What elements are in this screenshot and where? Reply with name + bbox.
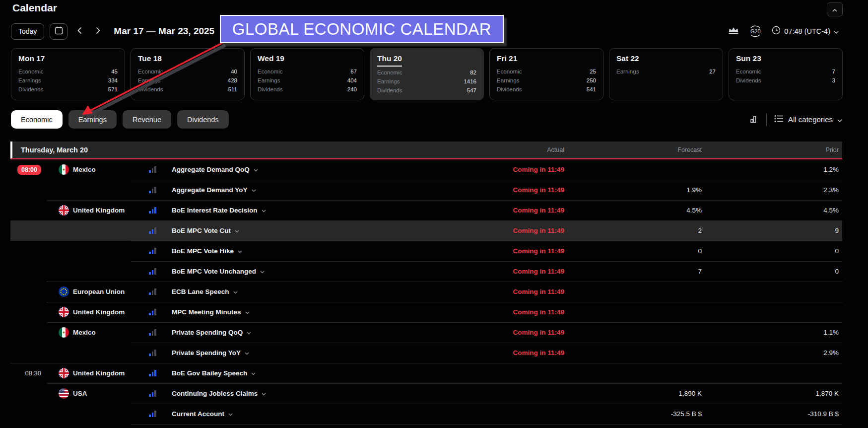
stat-label: Earnings bbox=[258, 76, 280, 85]
date-picker-button[interactable] bbox=[50, 23, 67, 40]
stat-value: 541 bbox=[587, 85, 596, 94]
stat-label: Economic bbox=[736, 67, 761, 76]
week-day-card[interactable]: Tue 18Economic40Earnings428Dividends511 bbox=[131, 48, 245, 100]
crown-icon bbox=[728, 27, 739, 36]
event-rows: 08:00MexicoAggregate Demand QoQComing in… bbox=[10, 159, 842, 425]
row-separator bbox=[10, 363, 842, 363]
card-day-label: Sat 22 bbox=[616, 54, 639, 66]
tab-economic[interactable]: Economic bbox=[11, 110, 63, 129]
event-name[interactable]: BoE MPC Vote Hike bbox=[172, 241, 242, 261]
time-badge: 08:00 bbox=[17, 165, 41, 175]
date-range-label: Mar 17 — Mar 23, 2025 bbox=[114, 26, 214, 37]
event-row[interactable]: 08:00MexicoAggregate Demand QoQComing in… bbox=[10, 159, 842, 180]
importance-bar bbox=[152, 331, 154, 336]
importance-bars bbox=[149, 309, 156, 315]
card-stats: Economic25Earnings250Dividends541 bbox=[497, 67, 596, 94]
timezone-selector[interactable]: 07:48 (UTC-4) bbox=[772, 26, 839, 37]
card-stat-row: Economic7 bbox=[736, 67, 835, 76]
forecast-value: -325.5 B $ bbox=[671, 404, 702, 424]
event-row[interactable]: European UnionECB Lane SpeechComing in 1… bbox=[10, 282, 842, 302]
tab-revenue[interactable]: Revenue bbox=[123, 110, 171, 129]
importance-bar bbox=[149, 394, 151, 397]
event-name[interactable]: Aggregate Demand QoQ bbox=[172, 159, 258, 180]
event-name[interactable]: Private Spending YoY bbox=[172, 343, 249, 363]
day-accent-bar bbox=[10, 142, 12, 158]
forecast-value: 1.9% bbox=[686, 180, 702, 200]
categories-dropdown[interactable]: All categories bbox=[774, 115, 842, 125]
card-stats: Economic82Earnings1416Dividends547 bbox=[377, 68, 476, 95]
today-button[interactable]: Today bbox=[11, 23, 44, 40]
week-day-card[interactable]: Fri 21Economic25Earnings250Dividends541 bbox=[489, 48, 603, 100]
week-day-cards: Mon 17Economic45Earnings334Dividends571T… bbox=[11, 48, 843, 100]
importance-bar bbox=[154, 268, 156, 275]
chevron-down-icon bbox=[228, 410, 233, 418]
event-name[interactable]: Private Spending QoQ bbox=[172, 322, 251, 343]
event-row[interactable]: BoE MPC Vote HikeComing in 11:4900 bbox=[10, 241, 842, 261]
prev-week-button[interactable] bbox=[73, 25, 86, 38]
event-name[interactable]: MPC Meeting Minutes bbox=[172, 302, 250, 322]
stat-value: 7 bbox=[832, 67, 835, 76]
importance-bar bbox=[149, 191, 151, 193]
event-row[interactable]: BoE MPC Vote CutComing in 11:4929 bbox=[10, 220, 842, 241]
forecast-value: 4.5% bbox=[686, 200, 702, 220]
stat-label: Earnings bbox=[616, 67, 639, 76]
toolbar-right: G20 07:48 (UTC-4) bbox=[728, 23, 839, 40]
event-row[interactable]: USAContinuing Jobless Claims1,890 K1,870… bbox=[10, 383, 842, 404]
week-day-card[interactable]: Mon 17Economic45Earnings334Dividends571 bbox=[11, 48, 125, 100]
event-row[interactable]: Private Spending YoYComing in 11:492.9% bbox=[10, 343, 842, 363]
event-name[interactable]: Current Account bbox=[172, 404, 233, 424]
actual-value: Coming in 11:49 bbox=[513, 343, 564, 363]
prior-value: 1.2% bbox=[823, 159, 839, 180]
card-day-label: Mon 17 bbox=[18, 54, 45, 66]
event-row[interactable]: BoE MPC Vote UnchangedComing in 11:4970 bbox=[10, 261, 842, 282]
card-stat-row: Economic25 bbox=[497, 67, 596, 76]
event-row[interactable]: United KingdomMPC Meeting MinutesComing … bbox=[10, 302, 842, 322]
importance-bar bbox=[149, 354, 151, 356]
tab-dividends[interactable]: Dividends bbox=[177, 110, 229, 129]
event-row[interactable]: Aggregate Demand YoYComing in 11:491.9%2… bbox=[10, 180, 842, 200]
event-row[interactable]: United KingdomBoE Interest Rate Decision… bbox=[10, 200, 842, 220]
importance-icon bbox=[149, 363, 156, 383]
next-week-button[interactable] bbox=[91, 25, 104, 38]
chevron-down-icon bbox=[252, 186, 256, 194]
event-name[interactable]: ECB Lane Speech bbox=[172, 282, 238, 302]
stat-value: 511 bbox=[228, 85, 237, 94]
week-day-card[interactable]: Sat 22Earnings27 bbox=[609, 48, 723, 100]
tab-earnings[interactable]: Earnings bbox=[68, 110, 117, 129]
importance-bar bbox=[154, 390, 156, 397]
event-row[interactable]: 08:30United KingdomBoE Gov Bailey Speech bbox=[10, 363, 842, 383]
collapse-panel-button[interactable] bbox=[827, 2, 843, 16]
event-row[interactable]: Current Account-325.5 B $-310.9 B $ bbox=[10, 404, 842, 424]
chart-view-button[interactable] bbox=[750, 114, 759, 125]
importance-bars bbox=[149, 370, 156, 376]
importance-icon bbox=[149, 159, 156, 180]
event-name[interactable]: BoE Gov Bailey Speech bbox=[172, 363, 256, 383]
event-name[interactable]: BoE MPC Vote Cut bbox=[172, 220, 239, 241]
stat-label: Dividends bbox=[138, 85, 163, 94]
stat-label: Economic bbox=[497, 67, 522, 76]
importance-filter-button[interactable] bbox=[728, 27, 739, 36]
stat-value: 82 bbox=[470, 68, 476, 77]
stat-label: Earnings bbox=[497, 76, 519, 85]
event-row[interactable]: MexicoPrivate Spending QoQComing in 11:4… bbox=[10, 322, 842, 343]
row-separator bbox=[47, 322, 842, 323]
g20-countries-button[interactable]: G20 bbox=[748, 25, 763, 38]
event-name[interactable]: BoE Interest Rate Decision bbox=[172, 200, 266, 220]
table-bottom-separator bbox=[10, 424, 842, 425]
week-day-card[interactable]: Sun 23Economic7Dividends3 bbox=[729, 48, 843, 100]
card-day-label: Fri 21 bbox=[497, 54, 517, 66]
row-separator bbox=[47, 282, 842, 282]
card-stat-row: Dividends3 bbox=[736, 76, 835, 85]
importance-bars bbox=[149, 288, 156, 295]
week-day-card[interactable]: Thu 20Economic82Earnings1416Dividends547 bbox=[370, 48, 484, 100]
event-name[interactable]: Continuing Jobless Claims bbox=[172, 383, 266, 404]
chevron-down-icon bbox=[834, 27, 839, 36]
clock-icon bbox=[772, 26, 781, 37]
filter-tabs: EconomicEarningsRevenueDividends bbox=[11, 110, 229, 129]
event-name[interactable]: Aggregate Demand YoY bbox=[172, 180, 256, 200]
chevron-down-icon bbox=[238, 247, 242, 255]
card-stat-row: Earnings334 bbox=[18, 76, 118, 85]
event-name[interactable]: BoE MPC Vote Unchanged bbox=[172, 261, 265, 282]
importance-bar bbox=[154, 288, 156, 295]
week-day-card[interactable]: Wed 19Economic67Earnings404Dividends240 bbox=[250, 48, 364, 100]
